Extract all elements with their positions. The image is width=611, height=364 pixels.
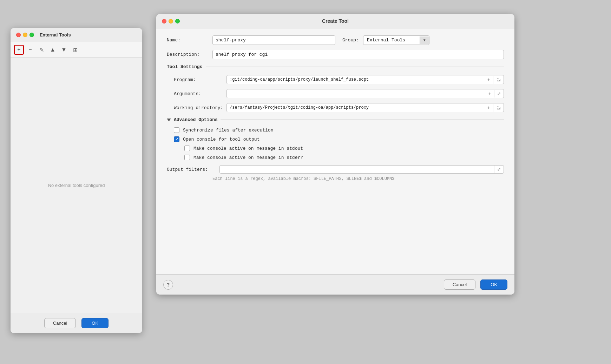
output-filters-row: Output filters: ⤢ — [167, 165, 504, 174]
open-console-label: Open console for tool output — [183, 137, 259, 142]
program-add-macro-btn[interactable]: + — [485, 75, 493, 84]
tools-list: No external tools configured — [11, 58, 142, 313]
output-filters-input[interactable] — [220, 168, 494, 171]
right-ok-button[interactable]: OK — [480, 279, 507, 290]
name-group-row: Name: Group: External Tools ▼ — [167, 35, 504, 45]
working-directory-input-wrap: /sers/fantasy/Projects/tgit/coding-oa/ap… — [226, 103, 504, 112]
footer-buttons: Cancel OK — [444, 279, 507, 290]
minimize-btn-left[interactable] — [23, 33, 27, 37]
group-select-value: External Tools — [363, 36, 420, 45]
console-stderr-checkbox[interactable] — [184, 155, 190, 160]
open-console-row: Open console for tool output — [174, 136, 504, 142]
maximize-btn-right[interactable] — [175, 19, 180, 23]
name-label: Name: — [167, 38, 212, 43]
console-stdout-checkbox[interactable] — [184, 146, 190, 151]
output-filters-label: Output filters: — [167, 167, 219, 172]
left-titlebar: External Tools — [11, 28, 142, 42]
tool-settings-divider: Tool Settings — [167, 64, 504, 69]
close-btn-right[interactable] — [162, 19, 166, 23]
working-directory-row: Working directory: /sers/fantasy/Project… — [174, 103, 504, 112]
console-stdout-row: Make console active on message in stdout — [184, 146, 504, 151]
group-select[interactable]: External Tools ▼ — [363, 35, 429, 45]
help-button[interactable]: ? — [163, 280, 173, 290]
working-dir-add-macro-btn[interactable]: + — [485, 103, 493, 112]
name-input[interactable] — [212, 35, 335, 45]
remove-tool-button[interactable]: − — [25, 45, 35, 55]
create-tool-title: Create Tool — [322, 18, 349, 24]
group-row: Group: External Tools ▼ — [342, 35, 429, 45]
maximize-btn-left[interactable] — [29, 33, 34, 37]
sync-files-label: Synchronize files after execution — [183, 128, 273, 133]
empty-list-text: No external tools configured — [48, 183, 105, 188]
description-row: Description: — [167, 50, 504, 59]
program-input-wrap: :git/coding-oa/app/scripts/proxy/launch_… — [226, 75, 504, 84]
console-stderr-label: Make console active on message in stderr — [193, 155, 303, 160]
arguments-input-wrap: + ⤢ — [226, 89, 504, 98]
copy-tool-button[interactable]: ⊞ — [70, 45, 80, 55]
advanced-options-toggle-icon — [167, 119, 171, 121]
program-input[interactable]: :git/coding-oa/app/scripts/proxy/launch_… — [227, 75, 485, 84]
arguments-add-macro-btn[interactable]: + — [486, 89, 494, 98]
left-panel-title: External Tools — [40, 32, 71, 38]
advanced-options-label: Advanced Options — [174, 117, 218, 122]
output-filters-input-wrap: ⤢ — [219, 165, 504, 174]
traffic-lights-right — [162, 19, 180, 23]
advanced-options-section: Advanced Options Synchronize files after… — [167, 117, 504, 181]
external-tools-panel: External Tools + − ✎ ▲ ▼ ⊞ No external t… — [11, 28, 142, 333]
arguments-expand-btn[interactable]: ⤢ — [494, 90, 504, 97]
divider-line-settings — [206, 67, 504, 67]
move-down-button[interactable]: ▼ — [59, 45, 69, 55]
right-cancel-button[interactable]: Cancel — [444, 279, 475, 290]
add-tool-button[interactable]: + — [14, 45, 24, 55]
right-footer: ? Cancel OK — [156, 274, 514, 295]
minimize-btn-right[interactable] — [169, 19, 173, 23]
open-console-checkbox[interactable] — [174, 136, 179, 142]
right-titlebar: Create Tool — [156, 14, 514, 28]
description-label: Description: — [167, 52, 212, 57]
sync-files-checkbox[interactable] — [174, 127, 179, 133]
arguments-row: Arguments: + ⤢ — [174, 89, 504, 98]
sync-files-row: Synchronize files after execution — [174, 127, 504, 133]
create-tool-content: Name: Group: External Tools ▼ Descriptio… — [156, 28, 514, 274]
console-stderr-row: Make console active on message in stderr — [184, 155, 504, 160]
program-label: Program: — [174, 77, 226, 82]
tool-settings-label: Tool Settings — [167, 64, 202, 69]
working-dir-browse-btn[interactable]: 🗂 — [493, 104, 504, 112]
group-dropdown-arrow[interactable]: ▼ — [420, 36, 429, 44]
working-directory-label: Working directory: — [174, 105, 226, 110]
console-stdout-label: Make console active on message in stdout — [193, 146, 303, 151]
divider-line-advanced — [221, 120, 504, 120]
arguments-label: Arguments: — [174, 91, 226, 96]
working-directory-input[interactable]: /sers/fantasy/Projects/tgit/coding-oa/ap… — [227, 103, 485, 112]
left-ok-button[interactable]: OK — [81, 318, 109, 328]
create-tool-panel: Create Tool Name: Group: External Tools … — [156, 14, 514, 295]
left-cancel-button[interactable]: Cancel — [44, 318, 76, 328]
description-input[interactable] — [212, 50, 504, 59]
arguments-input[interactable] — [227, 92, 486, 95]
traffic-lights-left — [16, 33, 34, 37]
program-row: Program: :git/coding-oa/app/scripts/prox… — [174, 75, 504, 84]
tools-toolbar: + − ✎ ▲ ▼ ⊞ — [11, 42, 142, 58]
edit-tool-button[interactable]: ✎ — [37, 45, 46, 55]
group-label: Group: — [342, 38, 359, 43]
program-browse-btn[interactable]: 🗂 — [493, 76, 504, 84]
move-up-button[interactable]: ▲ — [48, 45, 58, 55]
left-footer: Cancel OK — [11, 313, 142, 333]
output-filters-expand-btn[interactable]: ⤢ — [494, 166, 504, 173]
advanced-options-header[interactable]: Advanced Options — [167, 117, 504, 122]
close-btn-left[interactable] — [16, 33, 21, 37]
regex-hint: Each line is a regex, available macros: … — [212, 176, 504, 181]
